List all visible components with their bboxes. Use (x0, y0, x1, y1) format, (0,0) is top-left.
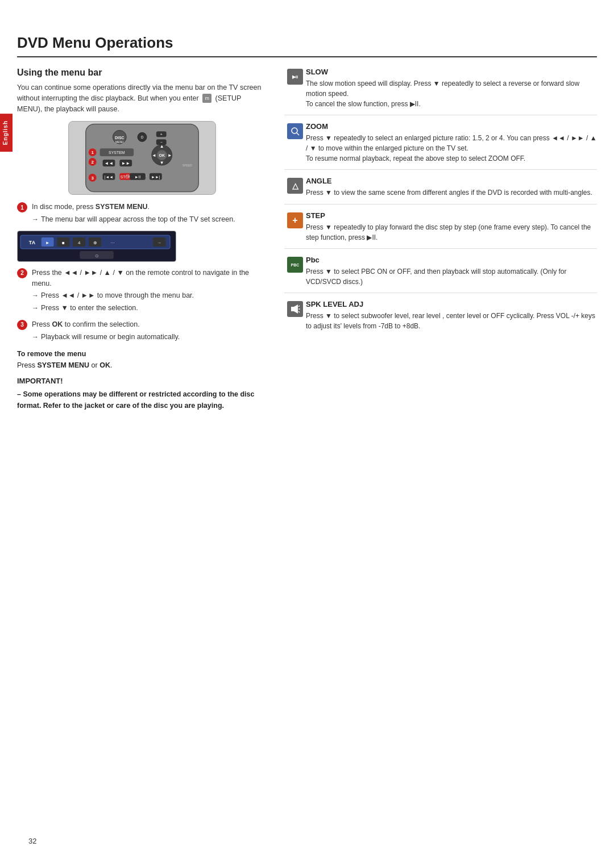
svg-marker-59 (294, 304, 298, 314)
section-heading: Using the menu bar (17, 68, 267, 78)
slow-text: SLOW The slow motion speed will display.… (306, 68, 597, 109)
spk-body: Press ▼ to select subwoofer level, rear … (306, 311, 597, 331)
spk-title: SPK LEVEL ADJ (306, 300, 597, 308)
svg-text:→: → (157, 240, 161, 245)
zoom-icon-container (284, 122, 306, 144)
right-item-pbc: PBC Pbc Press ▼ to select PBC ON or OFF,… (284, 256, 597, 293)
zoom-text: ZOOM Press ▼ repeatedly to select an enl… (306, 122, 597, 164)
important-title: IMPORTANT! (17, 377, 267, 385)
svg-text:⊕: ⊕ (93, 240, 97, 245)
spk-text: SPK LEVEL ADJ Press ▼ to select subwoofe… (306, 300, 597, 331)
svg-text:+: + (160, 133, 163, 137)
step-title: STEP (306, 211, 597, 220)
right-item-spk: SPK LEVEL ADJ Press ▼ to select subwoofe… (284, 300, 597, 337)
step-3-content: Press OK to confirm the selection. → Pla… (32, 319, 180, 343)
svg-text:▼: ▼ (160, 160, 164, 165)
spk-icon (287, 301, 303, 317)
svg-text:DISC: DISC (115, 136, 125, 140)
svg-text:■: ■ (62, 240, 65, 245)
slow-icon: ▶II (287, 69, 303, 85)
svg-text:SPEED: SPEED (182, 164, 192, 167)
important-body: – Some operations may be different or re… (17, 389, 267, 411)
important-section: IMPORTANT! – Some operations may be diff… (17, 377, 267, 411)
right-item-slow: ▶II SLOW The slow motion speed will disp… (284, 68, 597, 115)
svg-text:►II: ►II (135, 175, 141, 179)
pbc-title: Pbc (306, 256, 597, 264)
right-item-step: + STEP Press ▼ repeatedly to play forwar… (284, 211, 597, 249)
slow-icon-container: ▶II (284, 68, 306, 89)
angle-icon-container: △ (284, 177, 306, 198)
svg-line-62 (298, 311, 300, 312)
step-icon-container: + (284, 211, 306, 233)
remote-control-image: DISC MENU 0 + VOL − 1 SYSTEM (68, 121, 216, 195)
setup-icon: m (202, 94, 211, 103)
svg-text:OK: OK (159, 153, 165, 157)
step-2-content: Press the ◄◄ / ►► / ▲ / ▼ on the remote … (32, 268, 267, 314)
left-column: Using the menu bar You can continue some… (17, 68, 267, 411)
pbc-icon: PBC (287, 257, 303, 273)
pbc-icon-container: PBC (284, 256, 306, 277)
step-1-num: 1 (17, 202, 27, 212)
angle-text: ANGLE Press ▼ to view the same scene fro… (306, 177, 597, 198)
angle-icon: △ (287, 178, 303, 194)
svg-text:4: 4 (78, 240, 81, 245)
remove-menu-section: To remove the menu Press SYSTEM MENU or … (17, 350, 267, 371)
step-icon: + (287, 212, 303, 228)
svg-text:►: ► (45, 240, 50, 245)
page-number: 32 (28, 837, 36, 845)
remove-menu-title: To remove the menu (17, 350, 267, 358)
svg-point-56 (292, 128, 297, 133)
svg-text:0: 0 (141, 135, 144, 140)
pbc-body: Press ▼ to select PBC ON or OFF, and the… (306, 266, 597, 287)
zoom-title: ZOOM (306, 122, 597, 131)
zoom-icon (287, 123, 303, 139)
svg-text:⊙: ⊙ (95, 253, 99, 258)
right-column: ▶II SLOW The slow motion speed will disp… (284, 68, 597, 411)
steps-list: 1 In disc mode, press SYSTEM MENU. → The… (17, 202, 267, 342)
svg-line-57 (297, 133, 299, 135)
svg-text:▲: ▲ (160, 144, 164, 149)
page-title: DVD Menu Operations (17, 34, 597, 57)
svg-text:►: ► (168, 153, 172, 158)
step-2: 2 Press the ◄◄ / ►► / ▲ / ▼ on the remot… (17, 268, 267, 314)
svg-text:3: 3 (91, 176, 94, 181)
svg-text:|◄◄: |◄◄ (105, 175, 114, 180)
svg-text:◄◄: ◄◄ (105, 161, 114, 166)
slow-title: SLOW (306, 68, 597, 76)
intro-text: You can continue some operations directl… (17, 82, 267, 114)
lang-tab: English (0, 114, 13, 152)
svg-text:SYSTEM: SYSTEM (109, 151, 125, 155)
right-item-zoom: ZOOM Press ▼ repeatedly to select an enl… (284, 122, 597, 170)
zoom-body: Press ▼ repeatedly to select an enlarged… (306, 133, 597, 164)
svg-text:1: 1 (91, 150, 94, 155)
remove-menu-body: Press SYSTEM MENU or OK. (17, 360, 267, 371)
pbc-text: Pbc Press ▼ to select PBC ON or OFF, and… (306, 256, 597, 287)
angle-title: ANGLE (306, 177, 597, 185)
step-3: 3 Press OK to confirm the selection. → P… (17, 319, 267, 343)
step-1: 1 In disc mode, press SYSTEM MENU. → The… (17, 202, 267, 225)
svg-line-60 (298, 306, 300, 307)
svg-text:►►: ►► (121, 161, 130, 166)
spk-icon-container (284, 300, 306, 322)
step-3-num: 3 (17, 320, 27, 330)
menubar-image: TA ► ■ 4 ⊕ ··· → ⊙ (17, 231, 176, 262)
step-1-content: In disc mode, press SYSTEM MENU. → The m… (32, 202, 235, 225)
svg-text:···: ··· (111, 240, 115, 245)
step-body: Press ▼ repeatedly to play forward the d… (306, 222, 597, 243)
angle-body: Press ▼ to view the same scene from diff… (306, 187, 597, 198)
svg-rect-58 (291, 307, 294, 311)
slow-body: The slow motion speed will display. Pres… (306, 78, 597, 109)
svg-text:TA: TA (29, 240, 36, 245)
svg-text:2: 2 (91, 160, 94, 165)
step-text: STEP Press ▼ repeatedly to play forward … (306, 211, 597, 243)
svg-text:►►|: ►►| (151, 175, 160, 180)
right-item-angle: △ ANGLE Press ▼ to view the same scene f… (284, 177, 597, 205)
svg-text:◄: ◄ (152, 153, 156, 158)
svg-text:MENU: MENU (115, 141, 124, 144)
step-2-num: 2 (17, 268, 27, 278)
